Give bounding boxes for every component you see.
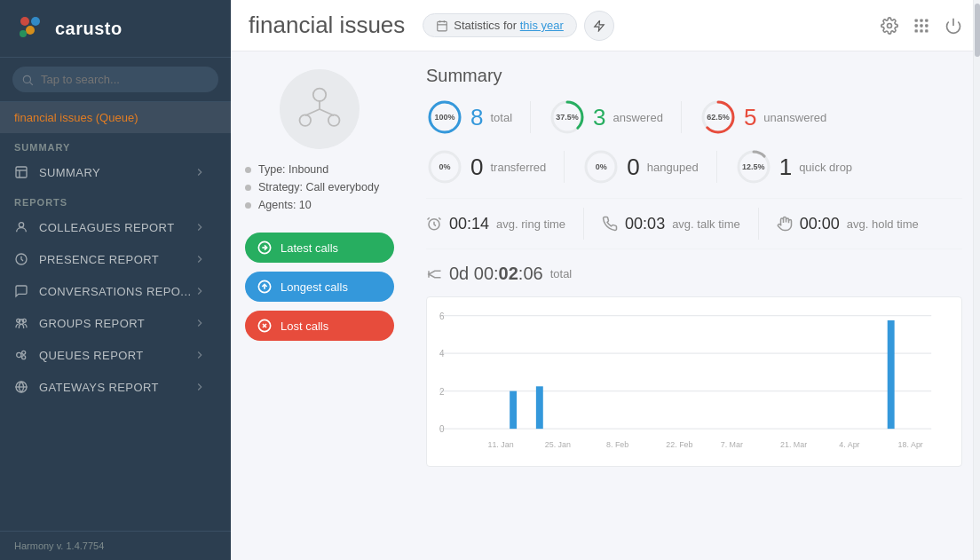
divider xyxy=(716,151,717,183)
stat-number-transferred: 0 xyxy=(470,154,483,181)
svg-rect-28 xyxy=(920,24,922,27)
sidebar-search[interactable] xyxy=(0,58,231,102)
chat-icon xyxy=(14,284,28,298)
stat-desc-transferred: transferred xyxy=(490,161,546,174)
svg-text:8. Feb: 8. Feb xyxy=(606,440,628,449)
topbar: financial issues Statistics for this yea… xyxy=(231,0,980,51)
stat-number-answered: 3 xyxy=(593,104,605,131)
stat-number-unanswered: 5 xyxy=(744,104,756,131)
svg-point-23 xyxy=(888,23,892,28)
page-title: financial issues xyxy=(249,12,405,39)
sidebar-logo: carusto xyxy=(0,0,231,58)
power-icon[interactable] xyxy=(944,17,962,35)
svg-point-3 xyxy=(20,30,27,37)
metric-avg-ring: 00:14 avg. ring time xyxy=(426,215,565,233)
sidebar-item-summary[interactable]: SUMMARY xyxy=(0,156,231,188)
app-logo-text: carusto xyxy=(55,19,122,39)
stat-number-quick-drop: 1 xyxy=(779,154,792,181)
divider xyxy=(758,208,759,240)
sidebar-active-queue[interactable]: financial issues (Queue) xyxy=(0,102,231,133)
svg-point-1 xyxy=(31,17,40,26)
svg-rect-24 xyxy=(915,19,918,21)
stats-period-underline: this year xyxy=(520,19,564,32)
ring-chart-unanswered: 62.5% xyxy=(699,99,737,136)
svg-line-59 xyxy=(439,217,440,219)
sidebar-item-presence-report[interactable]: PRESENCE REPORT xyxy=(0,243,231,275)
svg-line-58 xyxy=(428,217,430,219)
svg-text:21. Mar: 21. Mar xyxy=(780,440,807,449)
lost-calls-button[interactable]: Lost calls xyxy=(245,311,394,341)
metric-avg-hold: 00:00 avg. hold time xyxy=(777,215,919,233)
divider xyxy=(583,208,584,240)
stat-number-hanguped: 0 xyxy=(627,154,639,181)
apps-icon[interactable] xyxy=(913,17,930,35)
ring-pct-answered: 37.5% xyxy=(556,113,579,122)
sidebar-item-colleagues-report[interactable]: COLLEAGUES REPORT xyxy=(0,211,231,243)
summary-section-label: SUMMARY xyxy=(0,133,231,156)
stat-desc-quick-drop: quick drop xyxy=(799,161,852,174)
stats-row-1: 100% 8 total 37.5% 3 an xyxy=(426,99,962,136)
svg-rect-25 xyxy=(920,19,922,21)
gateway-icon xyxy=(14,380,28,394)
svg-point-4 xyxy=(23,75,30,83)
svg-point-15 xyxy=(22,351,26,354)
chart-area: 6 4 2 0 11. Jan 25. Jan 8. Feb 22. Feb 7… xyxy=(426,296,962,467)
topbar-actions xyxy=(881,17,962,35)
conversations-report-label: CONVERSATIONS REPO... xyxy=(39,285,191,298)
chevron-right-icon xyxy=(194,285,206,297)
ring-chart-transferred: 0% xyxy=(426,148,463,185)
phone-talk-icon xyxy=(602,216,618,232)
avg-hold-desc: avg. hold time xyxy=(847,217,919,231)
sigma-icon xyxy=(426,266,442,282)
queue-avatar xyxy=(280,69,360,149)
search-input[interactable] xyxy=(12,67,218,92)
stat-desc-answered: answered xyxy=(613,111,663,124)
ring-pct-total: 100% xyxy=(434,113,454,122)
main-content: financial issues Statistics for this yea… xyxy=(231,0,980,560)
latest-calls-button[interactable]: Latest calls xyxy=(245,233,394,263)
scrollbar[interactable] xyxy=(973,51,980,560)
colleagues-report-label: COLLEAGUES REPORT xyxy=(39,221,175,234)
latest-calls-label: Latest calls xyxy=(281,241,338,255)
queue-agents: Agents: 10 xyxy=(245,199,394,211)
scrollbar-thumb[interactable] xyxy=(975,51,980,57)
lightning-button[interactable] xyxy=(584,11,614,41)
svg-rect-32 xyxy=(925,29,928,32)
lost-calls-label: Lost calls xyxy=(281,319,328,333)
left-panel: Type: Inbound Strategy: Call everybody A… xyxy=(231,51,408,560)
svg-rect-72 xyxy=(888,320,895,429)
svg-rect-27 xyxy=(915,24,918,27)
carusto-logo-icon xyxy=(14,12,46,44)
stats-period-label: Statistics for this year xyxy=(454,19,564,32)
svg-rect-26 xyxy=(925,19,928,21)
queue-type: Type: Inbound xyxy=(245,163,394,176)
svg-rect-19 xyxy=(438,21,447,30)
settings-icon[interactable] xyxy=(881,17,898,35)
groups-icon xyxy=(14,316,28,330)
divider xyxy=(530,101,531,133)
calendar-icon xyxy=(436,20,448,32)
sidebar-item-conversations-report[interactable]: CONVERSATIONS REPO... xyxy=(0,275,231,307)
longest-calls-label: Longest calls xyxy=(281,280,348,294)
svg-rect-6 xyxy=(16,167,27,177)
total-row: 0d 00:02:06 total xyxy=(426,264,962,284)
svg-rect-31 xyxy=(920,29,922,32)
sidebar-item-queues-report[interactable]: QUEUES REPORT xyxy=(0,339,231,371)
calls-chart: 6 4 2 0 11. Jan 25. Jan 8. Feb 22. Feb 7… xyxy=(439,306,949,457)
sidebar-item-groups-report[interactable]: GROUPS REPORT xyxy=(0,307,231,339)
chevron-right-icon xyxy=(194,166,206,178)
total-label: total xyxy=(550,267,573,280)
x-circle-icon xyxy=(257,319,272,333)
stat-quick-drop: 12.5% 1 quick drop xyxy=(735,148,852,185)
summary-panel: Summary 100% 8 total xyxy=(408,51,980,560)
longest-calls-button[interactable]: Longest calls xyxy=(245,272,394,302)
chevron-right-icon xyxy=(194,381,206,393)
queue-hierarchy-icon xyxy=(296,85,344,133)
svg-point-14 xyxy=(17,352,21,357)
stats-period-pill[interactable]: Statistics for this year xyxy=(423,13,577,37)
sidebar-item-gateways-report[interactable]: GATEWAYS REPORT xyxy=(0,371,231,403)
avg-ring-value: 00:14 xyxy=(449,215,489,233)
presence-report-label: PRESENCE REPORT xyxy=(39,253,159,266)
person-icon xyxy=(14,220,28,234)
svg-text:4. Apr: 4. Apr xyxy=(839,440,859,449)
